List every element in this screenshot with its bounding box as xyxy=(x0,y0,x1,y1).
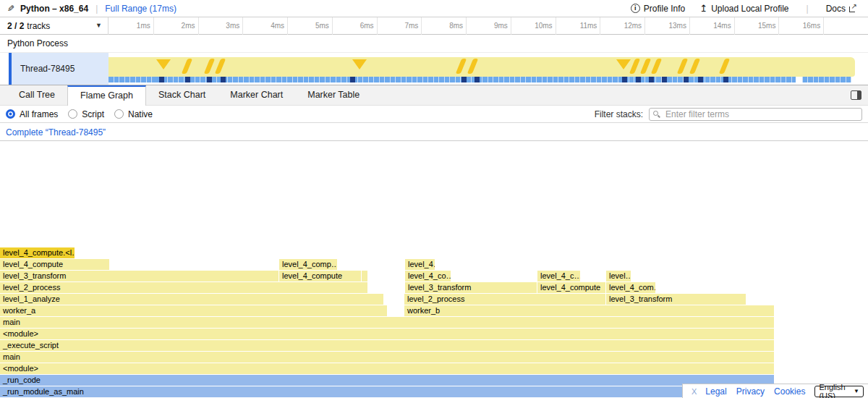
panel-tabbar: Call TreeFlame GraphStack ChartMarker Ch… xyxy=(0,85,868,106)
sample-dark-segment xyxy=(723,77,728,82)
flame-block[interactable]: _run_module_as_main xyxy=(0,386,774,397)
flame-block[interactable]: level_2_process xyxy=(0,282,367,293)
sample-dark-segment xyxy=(649,77,654,82)
flame-block[interactable]: level_4_compute xyxy=(537,282,605,293)
flame-block[interactable]: level_4_compute xyxy=(279,271,361,281)
tab-flame-graph[interactable]: Flame Graph xyxy=(67,85,146,106)
tab-marker-chart[interactable]: Marker Chart xyxy=(218,85,295,106)
thread-activity-graph[interactable] xyxy=(109,57,855,77)
radio-label: Native xyxy=(128,109,153,119)
flame-block[interactable]: level_4_com… xyxy=(606,282,655,293)
footer-links: LegalPrivacyCookies xyxy=(705,386,814,397)
radio-circle-icon xyxy=(6,109,15,119)
flame-block[interactable]: <module> xyxy=(0,363,774,374)
marker-triangle-icon xyxy=(616,59,631,69)
profile-info-button[interactable]: i Profile Info xyxy=(626,4,689,14)
thread-sample-strip[interactable] xyxy=(109,77,851,82)
tracks-word: tracks xyxy=(27,21,50,31)
filter-zone: Filter stacks: xyxy=(595,108,868,121)
process-track-header[interactable]: Python Process xyxy=(0,35,868,53)
marker-slash-icon xyxy=(629,59,640,74)
ruler-tick-label: 2ms xyxy=(153,17,195,35)
flame-block[interactable]: worker_a xyxy=(0,305,387,316)
radio-all-frames[interactable]: All frames xyxy=(6,109,58,119)
footer-link-privacy[interactable]: Privacy xyxy=(736,386,765,397)
ruler-tick-label: 10ms xyxy=(511,17,553,35)
flame-block[interactable]: level_4_compute.<l… xyxy=(0,247,75,258)
ruler-tick-label: 5ms xyxy=(287,17,329,35)
search-icon xyxy=(653,111,658,116)
flame-block[interactable]: _execute_script xyxy=(0,340,774,351)
sample-dark-segment xyxy=(698,77,703,82)
flame-block[interactable]: worker_b xyxy=(404,305,774,316)
filter-input-wrap xyxy=(649,108,862,121)
header-divider: | xyxy=(95,4,98,14)
language-value: English (US) xyxy=(819,383,854,398)
flame-block[interactable]: level_4_comp… xyxy=(279,259,337,270)
radio-native[interactable]: Native xyxy=(114,109,153,119)
tracks-count: 2 / 2 xyxy=(7,21,24,31)
ruler-tick-label: 14ms xyxy=(689,17,731,35)
flame-graph-canvas[interactable]: level_4_compute.<l…level_4_computelevel_… xyxy=(0,142,868,398)
marker-slash-icon xyxy=(651,59,662,74)
ruler-tick-label: 3ms xyxy=(197,17,239,35)
thread-track: Thread-78495 xyxy=(0,53,868,85)
ruler-tick-label: 15ms xyxy=(733,17,775,35)
breadcrumb-complete-thread[interactable]: Complete “Thread-78495” xyxy=(6,127,106,137)
chevron-down-icon: ▼ xyxy=(95,22,102,29)
footer-link-cookies[interactable]: Cookies xyxy=(774,386,805,397)
sample-dark-segment xyxy=(662,77,667,82)
flame-block[interactable]: level_4_compute xyxy=(0,259,109,270)
footer-close-button[interactable]: X xyxy=(692,387,697,396)
flame-block[interactable]: level_1_analyze xyxy=(0,294,383,305)
flame-block[interactable]: level… xyxy=(606,271,631,281)
flame-block[interactable]: level_2_process xyxy=(404,294,605,305)
upload-profile-button[interactable]: ↥ Upload Local Profile xyxy=(695,4,793,14)
sample-dark-segment xyxy=(221,77,226,82)
flame-block[interactable]: _run_code xyxy=(0,375,774,386)
language-select[interactable]: English (US) ▼ xyxy=(814,386,864,397)
radio-script[interactable]: Script xyxy=(68,109,104,119)
marker-slash-icon xyxy=(640,59,651,74)
footer-bar: X LegalPrivacyCookies English (US) ▼ xyxy=(682,384,868,398)
tab-stack-chart[interactable]: Stack Chart xyxy=(146,85,218,106)
docs-button[interactable]: Docs xyxy=(822,4,861,14)
flame-block[interactable]: level_3_transform xyxy=(0,271,278,281)
profile-info-label: Profile Info xyxy=(644,4,685,14)
flame-toolbar: All framesScriptNative Filter stacks: xyxy=(0,106,868,123)
flame-block[interactable]: level_3_transform xyxy=(405,282,537,293)
flame-block[interactable]: level_3_transform xyxy=(606,294,746,305)
external-link-icon xyxy=(849,5,856,12)
tab-marker-table[interactable]: Marker Table xyxy=(295,85,372,106)
timeline-ruler-row: 2 / 2 tracks ▼ 1ms2ms3ms4ms5ms6ms7ms8ms9… xyxy=(0,17,868,35)
docs-label: Docs xyxy=(826,4,846,14)
tracks-dropdown[interactable]: 2 / 2 tracks ▼ xyxy=(0,17,109,35)
tab-call-tree[interactable]: Call Tree xyxy=(7,85,67,106)
profile-title: Python – x86_64 xyxy=(20,4,88,14)
ruler-tick-label: 6ms xyxy=(332,17,374,35)
footer-link-legal[interactable]: Legal xyxy=(705,386,726,397)
edit-profile-name-icon[interactable]: ✎ xyxy=(7,4,14,14)
radio-circle-icon xyxy=(68,109,77,119)
flame-block[interactable]: <module> xyxy=(0,329,774,339)
flame-block[interactable]: level_4… xyxy=(405,259,435,270)
ruler-tick-label: 16ms xyxy=(778,17,820,35)
sample-dark-segment xyxy=(475,77,480,82)
marker-slash-icon xyxy=(677,59,688,74)
thread-track-label-box[interactable]: Thread-78495 xyxy=(9,53,109,85)
sidebar-toggle-icon[interactable] xyxy=(851,90,861,100)
full-range-button[interactable]: Full Range (17ms) xyxy=(105,4,176,14)
flame-block[interactable]: main xyxy=(0,352,774,363)
thread-track-label: Thread-78495 xyxy=(20,64,75,74)
flame-block[interactable]: level_4_c… xyxy=(537,271,580,281)
upload-label: Upload Local Profile xyxy=(711,4,788,14)
process-track-label: Python Process xyxy=(7,38,68,48)
flame-block[interactable] xyxy=(362,271,367,281)
flame-block[interactable]: main xyxy=(0,317,774,328)
flame-block[interactable]: level_4_co… xyxy=(405,271,451,281)
filter-stacks-input[interactable] xyxy=(649,108,862,121)
marker-slash-icon xyxy=(689,59,700,74)
info-icon: i xyxy=(631,4,640,13)
header-actions: i Profile Info ↥ Upload Local Profile | … xyxy=(626,4,868,14)
ruler-tick-label: 9ms xyxy=(466,17,508,35)
